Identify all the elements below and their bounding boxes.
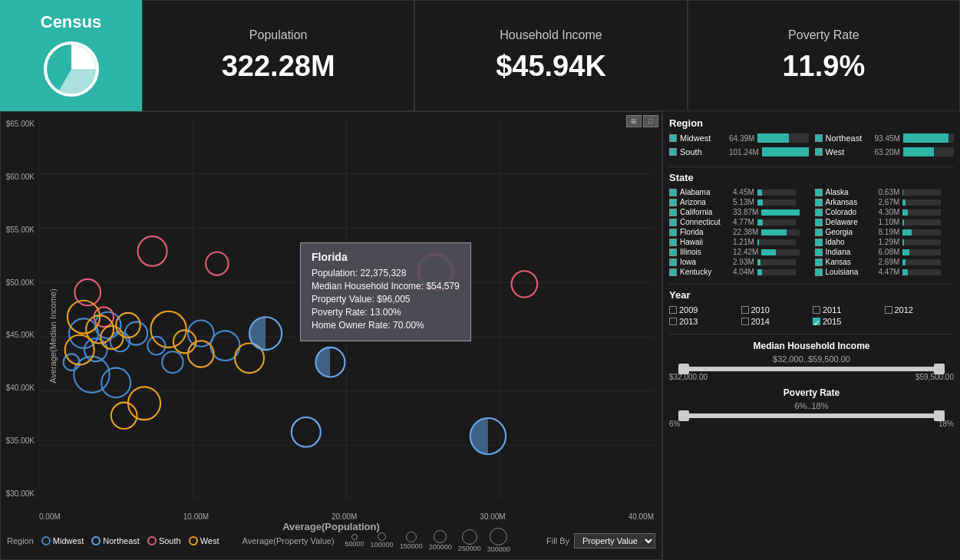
year-2009[interactable]: 2009	[669, 305, 739, 315]
size-150k: 150000	[400, 532, 423, 550]
alaska-color	[815, 189, 823, 196]
divider-3	[669, 334, 954, 334]
income-slider-labels: $32,000.00 $59,500.00	[669, 373, 954, 381]
year-2009-checkbox[interactable]	[669, 306, 677, 314]
year-2012[interactable]: 2012	[885, 305, 955, 315]
size-300k: 300000	[487, 528, 510, 553]
northeast-legend-circle	[91, 536, 101, 545]
size-legend-items: 50000 100000 150000 200000 250000 300000	[345, 528, 510, 553]
poverty-range-label: 6%..18%	[669, 401, 954, 410]
svg-point-52	[292, 417, 321, 447]
income-slider-title: Median Household Income	[669, 341, 954, 351]
poverty-fill	[678, 413, 945, 418]
population-label: Population	[249, 28, 308, 42]
year-2012-checkbox[interactable]	[885, 306, 892, 314]
year-2014[interactable]: 2014	[741, 317, 811, 326]
income-track	[678, 367, 945, 371]
south-legend-label: South	[159, 536, 181, 545]
year-2015[interactable]: ✓ 2015	[813, 317, 882, 326]
legend-region-title: Region	[7, 536, 34, 545]
arkansas-bar-container	[902, 199, 941, 206]
florida-color	[669, 229, 677, 236]
region-south: South 101.24M	[669, 147, 809, 156]
poverty-slider-section: Poverty Rate 6%..18% 6% 18%	[669, 387, 954, 428]
income-fill	[678, 367, 945, 371]
west-bar-container	[903, 147, 954, 156]
year-grid: 2009 2010 2011 2012 2013	[669, 305, 954, 326]
year-2011[interactable]: 2011	[813, 305, 882, 315]
california-color	[669, 209, 677, 216]
state-illinois: Illinois 12.42M	[669, 248, 809, 256]
year-2015-checkbox[interactable]: ✓	[813, 318, 820, 325]
population-value: 322.28M	[222, 50, 335, 83]
svg-point-41	[188, 341, 214, 367]
y-axis-ticks: $65.00K $60.00K $55.00K $50.00K $45.00K …	[1, 120, 38, 498]
idaho-color	[815, 239, 823, 246]
state-colorado: Colorado 4.30M	[815, 208, 955, 216]
state-section: State Alabama 4.45M Alaska 0.63M	[669, 172, 954, 276]
year-2013-checkbox[interactable]	[669, 318, 677, 325]
region-section: Region Midwest 64.39M Northeast 93.45M	[669, 117, 954, 159]
income-value: $45.94K	[496, 50, 606, 83]
chart-legend: Region Midwest Northeast South West Aver…	[1, 525, 661, 556]
west-legend-circle	[189, 536, 198, 545]
region-section-title: Region	[669, 117, 954, 129]
alabama-color	[669, 189, 677, 196]
colorado-color	[815, 209, 823, 216]
year-section: Year 2009 2010 2011 2012	[669, 289, 954, 326]
florida-bar-container	[761, 229, 800, 236]
poverty-label: Poverty Rate	[788, 28, 859, 42]
main-content: ⊞ □ $65.00K $60.00K $55.00K $50.00K $45.…	[0, 111, 960, 560]
iowa-color	[669, 259, 677, 266]
state-idaho: Idaho 1.29M	[815, 238, 955, 246]
alabama-bar-container	[757, 189, 796, 196]
state-alabama: Alabama 4.45M	[669, 188, 809, 196]
size-250k: 250000	[458, 529, 481, 552]
state-florida: Florida 22.38M	[669, 228, 809, 236]
income-thumb-left[interactable]	[678, 364, 689, 374]
income-stat: Household Income $45.94K	[414, 0, 687, 111]
poverty-thumb-right[interactable]	[934, 410, 945, 421]
poverty-stat: Poverty Rate 11.9%	[688, 0, 960, 111]
state-georgia: Georgia 8.19M	[815, 228, 955, 236]
state-grid: Alabama 4.45M Alaska 0.63M Arizo	[669, 188, 954, 276]
connecticut-bar-container	[757, 219, 796, 226]
logo-title: Census	[41, 12, 101, 32]
state-alaska: Alaska 0.63M	[815, 188, 955, 196]
income-label: Household Income	[500, 28, 602, 42]
income-slider-section: Median Household Income $32,000..$59,500…	[669, 341, 954, 381]
poverty-slider-track	[675, 413, 948, 418]
kentucky-color	[669, 268, 677, 276]
poverty-thumb-left[interactable]	[678, 410, 689, 421]
south-color	[669, 148, 677, 156]
size-200k: 200000	[429, 530, 452, 551]
delaware-color	[815, 219, 823, 226]
louisiana-bar-container	[902, 269, 941, 275]
kansas-color	[815, 259, 823, 266]
south-legend-circle	[147, 536, 157, 545]
poverty-slider-title: Poverty Rate	[669, 387, 954, 398]
year-2010-checkbox[interactable]	[741, 306, 749, 314]
income-slider-track	[675, 367, 948, 371]
year-2013[interactable]: 2013	[669, 317, 739, 326]
arkansas-color	[815, 199, 823, 206]
divider-1	[669, 166, 954, 167]
svg-point-30	[419, 255, 451, 288]
fill-by-select[interactable]: Property Value Poverty Rate Income	[574, 533, 655, 548]
year-2011-checkbox[interactable]	[813, 306, 820, 314]
income-range-label: $32,000..$59,500.00	[669, 354, 954, 364]
louisiana-color	[815, 268, 823, 276]
california-bar-container	[761, 209, 800, 216]
south-bar-container	[762, 147, 809, 156]
fill-by-label: Fill By	[546, 536, 569, 545]
year-2010[interactable]: 2010	[741, 305, 811, 315]
y-axis-label: Average(Median Income)	[48, 288, 58, 383]
legend-south: South	[147, 536, 181, 545]
kentucky-bar-container	[757, 269, 796, 275]
x-axis-ticks: 0.00M 10.00M 20.00M 30.00M 40.00M	[39, 512, 654, 521]
income-thumb-right[interactable]	[934, 364, 945, 374]
connecticut-color	[669, 219, 677, 226]
divider-2	[669, 284, 954, 285]
year-2014-checkbox[interactable]	[741, 318, 749, 325]
state-section-title: State	[669, 172, 954, 183]
